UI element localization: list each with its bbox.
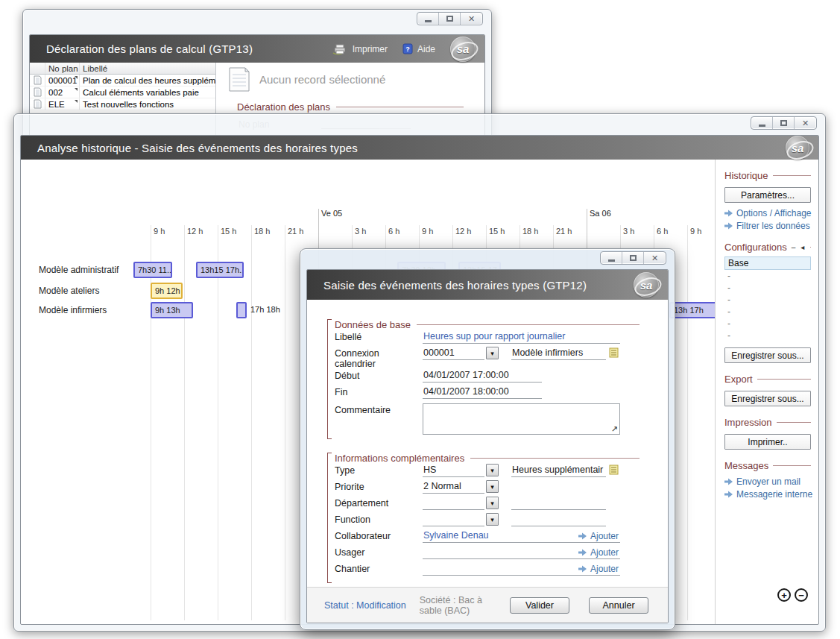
type-linked-field[interactable]: Heures supplémentair bbox=[511, 464, 606, 477]
departement-label: Département bbox=[335, 497, 423, 509]
table-row[interactable]: 002Calcul éléments variables paie bbox=[30, 86, 215, 98]
departement-dropdown-button[interactable]: ▾ bbox=[486, 497, 499, 509]
resize-handle-icon[interactable]: ↗ bbox=[611, 424, 618, 434]
event-box[interactable]: 13h 17h bbox=[669, 302, 716, 318]
hour-tick-label: 18 h bbox=[254, 227, 270, 236]
hour-tick-label: 12 h bbox=[455, 227, 471, 236]
function-field[interactable] bbox=[423, 513, 484, 526]
messages-link[interactable]: Envoyer un mail bbox=[724, 476, 811, 487]
minimize-button[interactable] bbox=[417, 13, 439, 25]
historique-link[interactable]: Options / Affichage bbox=[724, 208, 811, 218]
event-box[interactable]: 13h15 17h.. bbox=[196, 262, 244, 278]
gridline-hour bbox=[184, 225, 185, 620]
aide-label: Aide bbox=[417, 44, 435, 54]
cell-libelle: Plan de calcul des heures supplémen bbox=[80, 75, 215, 86]
arrow-icon bbox=[724, 491, 733, 498]
maximize-button[interactable] bbox=[773, 117, 795, 129]
configuration-item[interactable]: - bbox=[724, 318, 811, 330]
configuration-item[interactable]: - bbox=[724, 306, 811, 318]
window-title: Déclaration des plans de calcul (GTP13) bbox=[46, 43, 332, 55]
type-field[interactable]: HS bbox=[423, 464, 484, 477]
hour-tick-label: 6 h bbox=[388, 227, 400, 236]
event-box[interactable]: 7h30 11.. bbox=[133, 262, 172, 278]
departement-field[interactable] bbox=[423, 497, 484, 510]
event-outside-label: 17h 18h bbox=[250, 305, 280, 314]
close-button[interactable]: ✕ bbox=[795, 117, 816, 129]
close-button[interactable]: ✕ bbox=[644, 252, 666, 264]
priorite-dropdown-button[interactable]: ▾ bbox=[486, 480, 499, 493]
libelle-field[interactable]: Heures sup pour rapport journalier bbox=[423, 330, 620, 344]
hour-tick-label: 15 h bbox=[221, 227, 236, 236]
collaborateur-label: Collaborateur bbox=[335, 529, 423, 541]
note-marker-icon bbox=[75, 100, 78, 103]
minimize-icon bbox=[425, 20, 432, 22]
annuler-button[interactable]: Annuler bbox=[589, 597, 648, 614]
close-button[interactable]: ✕ bbox=[461, 13, 482, 25]
heading-historique: Historique bbox=[724, 170, 811, 181]
historique-link[interactable]: Filtrer les données bbox=[724, 221, 811, 231]
commentaire-label: Commentaire bbox=[335, 403, 423, 415]
maximize-icon bbox=[446, 16, 453, 22]
zoom-in-button[interactable]: + bbox=[777, 588, 791, 602]
commentaire-textarea[interactable]: ↗ bbox=[423, 403, 620, 435]
timeline-row-label: Modèle infirmiers bbox=[39, 305, 107, 315]
configuration-item[interactable]: - bbox=[724, 294, 811, 306]
chantier-label: Chantier bbox=[335, 562, 423, 574]
function-dropdown-button[interactable]: ▾ bbox=[486, 513, 499, 526]
maximize-icon bbox=[630, 255, 637, 261]
help-book-icon: ? bbox=[402, 43, 413, 54]
hour-tick-label: 12 h bbox=[187, 227, 203, 236]
timeline-row-label: Modèle ateliers bbox=[39, 286, 99, 296]
messages-link[interactable]: Messagerie interne bbox=[724, 489, 811, 500]
enregistrer-sous-export-button[interactable]: Enregistrer sous... bbox=[724, 391, 811, 406]
ajouter-usager-link[interactable]: Ajouter bbox=[578, 547, 619, 558]
fin-field[interactable]: 04/01/2007 18:00:00 bbox=[423, 385, 542, 399]
no-record-text: Aucun record sélectionné bbox=[259, 73, 385, 86]
function-linked-field[interactable] bbox=[511, 513, 606, 526]
titlebar-analyse: Analyse historique - Saisie des événemen… bbox=[21, 136, 818, 160]
event-box[interactable] bbox=[236, 302, 247, 318]
ajouter-collaborateur-link[interactable]: Ajouter bbox=[578, 531, 619, 541]
arrow-icon bbox=[724, 222, 733, 230]
maximize-button[interactable] bbox=[622, 252, 644, 264]
table-row[interactable]: 000001Plan de calcul des heures suppléme… bbox=[30, 75, 215, 86]
parametres-button[interactable]: Paramètres... bbox=[724, 187, 811, 203]
enregistrer-sous-config-button[interactable]: Enregistrer sous... bbox=[724, 347, 811, 363]
departement-linked-field[interactable] bbox=[511, 497, 606, 510]
minimize-icon bbox=[608, 259, 615, 262]
note-icon[interactable] bbox=[609, 465, 619, 477]
debut-field[interactable]: 04/01/2007 17:00:00 bbox=[423, 369, 542, 383]
configuration-item[interactable]: Base bbox=[724, 256, 811, 270]
gridline-hour bbox=[687, 225, 688, 620]
type-dropdown-button[interactable]: ▾ bbox=[486, 464, 499, 476]
configuration-item[interactable]: - bbox=[724, 270, 811, 282]
configuration-item[interactable]: - bbox=[724, 330, 811, 341]
zoom-out-button[interactable]: − bbox=[795, 588, 808, 602]
dialog-footer: Statut : Modification Société : Bac à sa… bbox=[307, 587, 668, 623]
section-declaration-plans: Déclaration des plans bbox=[237, 101, 470, 113]
connexion-linked-field[interactable]: Modèle infirmiers bbox=[511, 347, 606, 360]
minimize-button[interactable] bbox=[751, 117, 773, 129]
valider-button[interactable]: Valider bbox=[510, 597, 569, 614]
configuration-item[interactable]: - bbox=[724, 282, 811, 294]
imprimer-button[interactable]: Imprimer.. bbox=[724, 434, 811, 450]
imprimer-button[interactable]: Imprimer bbox=[332, 43, 388, 55]
event-box[interactable]: 9h 13h bbox=[151, 302, 193, 318]
table-row[interactable]: ELETest nouvelles fonctions bbox=[30, 98, 215, 110]
section-donnees-de-base: Données de base bbox=[335, 319, 645, 330]
minimize-button[interactable] bbox=[601, 252, 622, 264]
ajouter-chantier-link[interactable]: Ajouter bbox=[578, 564, 619, 574]
maximize-button[interactable] bbox=[439, 13, 461, 25]
aide-button[interactable]: ? Aide bbox=[402, 43, 435, 54]
note-icon[interactable] bbox=[609, 347, 619, 360]
gridline-hour bbox=[218, 225, 218, 620]
event-box[interactable]: 9h 12h bbox=[151, 283, 183, 299]
priorite-field[interactable]: 2 Normal bbox=[423, 480, 484, 494]
collapse-icon[interactable]: – ◂ bbox=[792, 243, 806, 251]
window-controls: ✕ bbox=[751, 116, 817, 130]
connexion-calendrier-field[interactable]: 000001 bbox=[423, 347, 484, 360]
column-libelle[interactable]: Libellé bbox=[80, 63, 215, 74]
sage-logo: sa bbox=[786, 136, 809, 160]
column-no-plan[interactable]: No plan bbox=[45, 63, 80, 74]
connexion-dropdown-button[interactable]: ▾ bbox=[486, 347, 499, 359]
